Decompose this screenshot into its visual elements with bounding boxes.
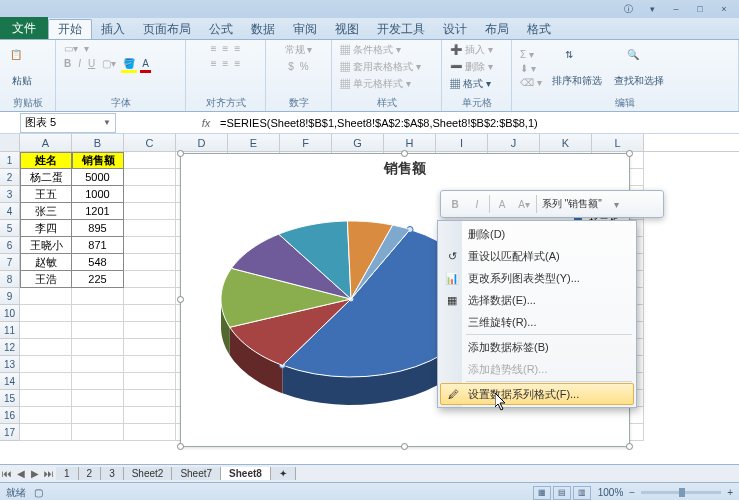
row-header[interactable]: 6	[0, 237, 20, 254]
number-format[interactable]: 常规 ▾	[283, 42, 315, 58]
cell[interactable]	[124, 390, 176, 407]
col-header[interactable]: B	[72, 134, 124, 151]
context-menu-item[interactable]: 添加数据标签(B)	[440, 336, 634, 358]
cell[interactable]: 1201	[72, 203, 124, 220]
tab-formulas[interactable]: 公式	[200, 19, 242, 39]
cell[interactable]	[124, 152, 176, 169]
row-header[interactable]: 9	[0, 288, 20, 305]
context-menu-item[interactable]: 📊更改系列图表类型(Y)...	[440, 267, 634, 289]
fx-icon[interactable]: fx	[196, 117, 216, 129]
context-menu-item[interactable]: 三维旋转(R)...	[440, 311, 634, 333]
row-header[interactable]: 16	[0, 407, 20, 424]
cell[interactable]: 871	[72, 237, 124, 254]
cell[interactable]	[124, 203, 176, 220]
font-family[interactable]: ▭▾	[62, 42, 80, 55]
tab-insert[interactable]: 插入	[92, 19, 134, 39]
cell[interactable]: 赵敏	[20, 254, 72, 271]
italic-mini[interactable]: I	[467, 194, 487, 214]
sheet-nav-last[interactable]: ⏭	[42, 468, 56, 479]
formula-input[interactable]	[216, 113, 739, 133]
font-size-up[interactable]: A	[492, 194, 512, 214]
row-header[interactable]: 7	[0, 254, 20, 271]
cell[interactable]	[124, 271, 176, 288]
bold-button[interactable]: B	[62, 57, 73, 73]
resize-handle[interactable]	[401, 150, 408, 157]
zoom-in-button[interactable]: +	[727, 487, 733, 498]
row-header[interactable]: 8	[0, 271, 20, 288]
cell[interactable]	[20, 305, 72, 322]
resize-handle[interactable]	[626, 150, 633, 157]
row-header[interactable]: 1	[0, 152, 20, 169]
sheet-nav-prev[interactable]: ◀	[14, 468, 28, 479]
cell[interactable]: 548	[72, 254, 124, 271]
normal-view-button[interactable]: ▦	[533, 486, 551, 500]
cell[interactable]: 李四	[20, 220, 72, 237]
cell[interactable]: 姓名	[20, 152, 72, 169]
cell[interactable]	[20, 339, 72, 356]
ribbon-minimize-button[interactable]: ▾	[641, 3, 663, 15]
row-header[interactable]: 5	[0, 220, 20, 237]
sheet-tab[interactable]: Sheet2	[124, 467, 173, 480]
cell-styles-button[interactable]: ▦ 单元格样式 ▾	[338, 76, 413, 92]
zoom-out-button[interactable]: −	[629, 487, 635, 498]
cell[interactable]	[124, 305, 176, 322]
sheet-tab[interactable]: 3	[101, 467, 124, 480]
minimize-button[interactable]: –	[665, 3, 687, 15]
row-header[interactable]: 10	[0, 305, 20, 322]
col-header[interactable]: C	[124, 134, 176, 151]
resize-handle[interactable]	[626, 443, 633, 450]
cell[interactable]	[124, 424, 176, 441]
col-header[interactable]: A	[20, 134, 72, 151]
format-cells-button[interactable]: ▦ 格式 ▾	[448, 76, 493, 92]
context-menu-item[interactable]: 🖉设置数据系列格式(F)...	[440, 383, 634, 405]
page-layout-view-button[interactable]: ▤	[553, 486, 571, 500]
cell[interactable]	[20, 390, 72, 407]
cell[interactable]	[124, 373, 176, 390]
cell[interactable]: 销售额	[72, 152, 124, 169]
context-menu-item[interactable]: 删除(D)	[440, 223, 634, 245]
sheet-tab[interactable]: 2	[79, 467, 102, 480]
cell[interactable]: 王浩	[20, 271, 72, 288]
cell[interactable]: 225	[72, 271, 124, 288]
tab-layout[interactable]: 布局	[476, 19, 518, 39]
cell[interactable]: 1000	[72, 186, 124, 203]
cell[interactable]	[124, 288, 176, 305]
col-header[interactable]: K	[540, 134, 592, 151]
select-all-corner[interactable]	[0, 134, 20, 151]
new-sheet-button[interactable]: ✦	[271, 467, 296, 480]
row-header[interactable]: 3	[0, 186, 20, 203]
name-box[interactable]: 图表 5▼	[20, 113, 116, 133]
font-color-button[interactable]: A	[140, 57, 151, 73]
cell[interactable]	[124, 407, 176, 424]
close-button[interactable]: ×	[713, 3, 735, 15]
help-button[interactable]: ⓘ	[617, 3, 639, 15]
page-break-view-button[interactable]: ▥	[573, 486, 591, 500]
resize-handle[interactable]	[177, 443, 184, 450]
cell[interactable]	[72, 339, 124, 356]
cell[interactable]	[20, 424, 72, 441]
table-format-button[interactable]: ▦ 套用表格格式 ▾	[338, 59, 423, 75]
tab-developer[interactable]: 开发工具	[368, 19, 434, 39]
tab-data[interactable]: 数据	[242, 19, 284, 39]
cell[interactable]	[124, 220, 176, 237]
tab-format[interactable]: 格式	[518, 19, 560, 39]
sheet-nav-first[interactable]: ⏮	[0, 468, 14, 479]
cell[interactable]: 王五	[20, 186, 72, 203]
insert-cells-button[interactable]: ➕ 插入 ▾	[448, 42, 495, 58]
cell[interactable]	[72, 322, 124, 339]
col-header[interactable]: D	[176, 134, 228, 151]
cell[interactable]	[20, 356, 72, 373]
sheet-nav-next[interactable]: ▶	[28, 468, 42, 479]
cell[interactable]: 杨二蛋	[20, 169, 72, 186]
col-header[interactable]: J	[488, 134, 540, 151]
cell[interactable]: 王晓小	[20, 237, 72, 254]
cell[interactable]	[72, 424, 124, 441]
tab-review[interactable]: 审阅	[284, 19, 326, 39]
underline-button[interactable]: U	[86, 57, 97, 73]
row-header[interactable]: 13	[0, 356, 20, 373]
cell[interactable]	[72, 390, 124, 407]
chevron-down-icon[interactable]: ▾	[607, 194, 627, 214]
col-header[interactable]: F	[280, 134, 332, 151]
sheet-tab[interactable]: Sheet8	[221, 467, 271, 480]
bold-mini[interactable]: B	[445, 194, 465, 214]
